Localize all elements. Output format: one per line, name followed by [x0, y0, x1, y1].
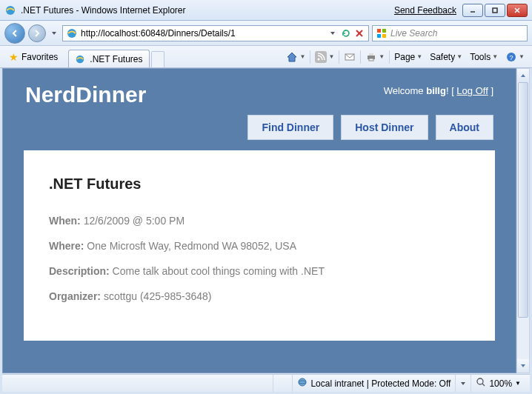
scroll-track[interactable] [517, 82, 529, 359]
nav-about[interactable]: About [436, 115, 493, 140]
stop-button[interactable] [353, 27, 365, 39]
scroll-thumb[interactable] [518, 82, 528, 318]
search-placeholder: Live Search [390, 28, 524, 39]
tab-label: .NET Futures [90, 54, 142, 64]
nav-host-dinner[interactable]: Host Dinner [341, 115, 428, 140]
scroll-down-button[interactable] [517, 359, 529, 373]
nav-find-dinner[interactable]: Find Dinner [247, 115, 333, 140]
search-box[interactable]: Live Search [372, 25, 528, 41]
print-button[interactable]: ▼ [362, 49, 388, 65]
dinner-where: Where: One Microsft Way, Redmond WA 9805… [49, 240, 470, 252]
url-text: http://localhost:60848/Dinners/Details/1 [81, 28, 325, 39]
status-zone[interactable]: Local intranet | Protected Mode: Off [292, 375, 455, 392]
favorites-button[interactable]: ★ Favorites [4, 50, 62, 64]
star-icon: ★ [9, 51, 19, 63]
ie-icon [4, 4, 16, 16]
svg-rect-19 [369, 53, 373, 56]
status-bar: Local intranet | Protected Mode: Off 100… [2, 374, 530, 392]
safety-menu[interactable]: Safety▼ [427, 49, 465, 65]
address-dropdown[interactable] [327, 27, 339, 39]
dinner-title: .NET Futures [49, 176, 470, 193]
svg-rect-2 [493, 8, 497, 13]
site-nav: Find Dinner Host Dinner About [3, 115, 516, 150]
back-button[interactable] [4, 23, 25, 44]
svg-rect-8 [377, 29, 381, 33]
help-icon: ? [505, 51, 517, 63]
zoom-value: 100% [489, 378, 512, 389]
welcome-text: Welcome billg! [ Log Off ] [384, 85, 493, 96]
dinner-when: When: 12/6/2009 @ 5:00 PM [49, 215, 470, 227]
tools-menu[interactable]: Tools▼ [467, 49, 501, 65]
favorites-label: Favorites [21, 52, 58, 62]
vertical-scrollbar[interactable] [516, 68, 530, 373]
forward-button[interactable] [28, 24, 46, 42]
scroll-up-button[interactable] [517, 69, 529, 82]
print-icon [365, 51, 377, 63]
dinner-organizer: Organizer: scottgu (425-985-3648) [49, 290, 470, 302]
send-feedback-link[interactable]: Send Feedback [394, 5, 456, 16]
internet-zone-icon [297, 377, 307, 390]
window-titlebar: .NET Futures - Windows Internet Explorer… [0, 0, 532, 21]
mail-icon [344, 51, 356, 63]
feeds-button[interactable]: ▼ [312, 49, 337, 65]
username: billg [426, 85, 446, 96]
maximize-button[interactable] [485, 4, 505, 17]
tab-icon [75, 54, 85, 64]
svg-line-26 [482, 384, 485, 386]
home-button[interactable]: ▼ [283, 49, 308, 65]
svg-text:?: ? [510, 54, 513, 61]
svg-rect-20 [369, 59, 373, 61]
navigation-bar: http://localhost:60848/Dinners/Details/1… [0, 21, 532, 46]
zoom-icon [476, 377, 486, 390]
svg-rect-11 [382, 34, 386, 38]
status-protected-mode-dropdown[interactable] [455, 375, 471, 392]
main-content: .NET Futures When: 12/6/2009 @ 5:00 PM W… [24, 150, 495, 341]
home-icon [286, 51, 298, 63]
page-viewport: Welcome billg! [ Log Off ] NerdDinner Fi… [2, 68, 516, 373]
address-bar[interactable]: http://localhost:60848/Dinners/Details/1 [62, 25, 369, 41]
svg-rect-9 [382, 29, 386, 33]
tab-strip: .NET Futures [68, 46, 164, 67]
svg-rect-10 [377, 34, 381, 38]
command-bar: ★ Favorites .NET Futures ▼ ▼ ▼ Page▼ Saf… [0, 46, 532, 68]
recent-pages-dropdown[interactable] [49, 24, 59, 42]
page-menu[interactable]: Page▼ [391, 49, 425, 65]
refresh-button[interactable] [340, 27, 352, 39]
status-popup-blocker[interactable] [273, 375, 292, 392]
window-title: .NET Futures - Windows Internet Explorer [21, 5, 186, 16]
dinner-description: Description: Come talk about cool things… [49, 265, 470, 277]
status-message [7, 375, 273, 392]
close-button[interactable] [507, 4, 528, 17]
svg-point-16 [318, 58, 320, 60]
logoff-link[interactable]: Log Off [456, 85, 488, 96]
live-search-icon [376, 27, 388, 39]
svg-point-25 [477, 378, 483, 384]
read-mail-button[interactable] [341, 49, 359, 65]
zoom-control[interactable]: 100% ▼ [471, 375, 525, 392]
new-tab-button[interactable] [151, 51, 164, 67]
browser-tab[interactable]: .NET Futures [68, 50, 149, 67]
minimize-button[interactable] [462, 4, 483, 17]
help-button[interactable]: ?▼ [502, 49, 528, 65]
page-icon [66, 27, 78, 39]
svg-point-23 [299, 378, 306, 386]
rss-icon [315, 51, 327, 63]
